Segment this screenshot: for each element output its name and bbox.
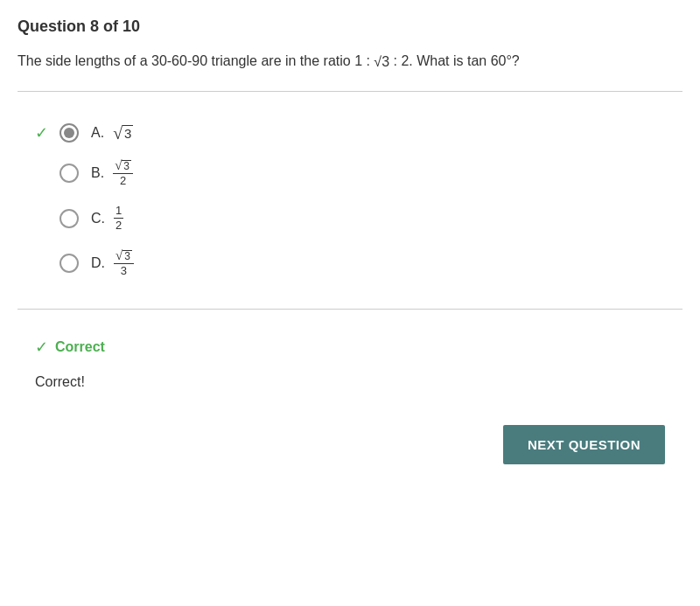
option-a[interactable]: ✓ A. √3 [18, 115, 682, 151]
option-b[interactable]: B. √3 2 [18, 151, 682, 196]
option-a-radicand: 3 [122, 125, 133, 141]
option-d[interactable]: D. √3 3 [18, 241, 682, 286]
option-b-letter: B. [91, 165, 104, 181]
question-sqrt: √3 [374, 51, 389, 73]
option-b-fraction: √3 2 [113, 160, 133, 187]
quiz-container: Question 8 of 10 The side lengths of a 3… [0, 0, 700, 499]
bottom-divider [18, 309, 682, 310]
question-progress: Question 8 of 10 [18, 17, 682, 36]
option-b-radical-icon: √ [115, 160, 122, 172]
radio-a[interactable] [60, 123, 79, 143]
option-c[interactable]: C. 1 2 [18, 196, 682, 241]
question-text: The side lengths of a 30-60-90 triangle … [18, 50, 682, 73]
option-d-denominator: 3 [119, 264, 129, 277]
radicand-value: 3 [382, 51, 389, 73]
question-text-after: : 2. What is tan 60°? [389, 53, 520, 68]
correct-check-icon: ✓ [35, 123, 52, 143]
option-c-fraction: 1 2 [114, 205, 123, 233]
question-text-before: The side lengths of a 30-60-90 triangle … [18, 53, 374, 68]
option-c-denominator: 2 [114, 219, 123, 232]
option-c-letter: C. [91, 211, 105, 226]
option-d-letter: D. [91, 255, 105, 271]
options-list: ✓ A. √3 B. √3 [18, 106, 682, 296]
option-d-sqrt: √3 [116, 250, 132, 262]
result-message: Correct! [18, 366, 682, 416]
option-a-radical-icon: √ [113, 125, 122, 141]
radio-d[interactable] [60, 254, 79, 273]
option-a-label: A. √3 [91, 125, 133, 141]
option-b-radicand: 3 [122, 160, 131, 172]
radio-a-inner [64, 128, 74, 138]
result-status: Correct [55, 339, 105, 355]
next-question-button[interactable]: NEXT QUESTION [503, 425, 665, 464]
option-b-label: B. √3 2 [91, 160, 133, 187]
radio-b[interactable] [60, 164, 79, 183]
top-divider [18, 91, 682, 92]
option-d-label: D. √3 3 [91, 250, 134, 277]
result-section: ✓ Correct [18, 324, 682, 366]
option-b-numerator: √3 [113, 160, 133, 174]
option-d-numerator: √3 [114, 250, 134, 264]
option-d-fraction: √3 3 [114, 250, 134, 277]
option-c-numerator: 1 [114, 205, 123, 219]
result-check-icon: ✓ [35, 338, 48, 357]
option-a-letter: A. [91, 125, 104, 141]
option-a-value: √3 [113, 125, 133, 141]
option-d-radical-icon: √ [116, 250, 122, 262]
option-d-radicand: 3 [122, 250, 132, 262]
footer: NEXT QUESTION [18, 416, 682, 482]
option-b-sqrt: √3 [115, 160, 131, 172]
option-b-denominator: 2 [118, 174, 128, 187]
option-c-label: C. 1 2 [91, 205, 123, 233]
radio-c[interactable] [60, 209, 79, 228]
radical-sign-icon: √ [374, 51, 382, 73]
